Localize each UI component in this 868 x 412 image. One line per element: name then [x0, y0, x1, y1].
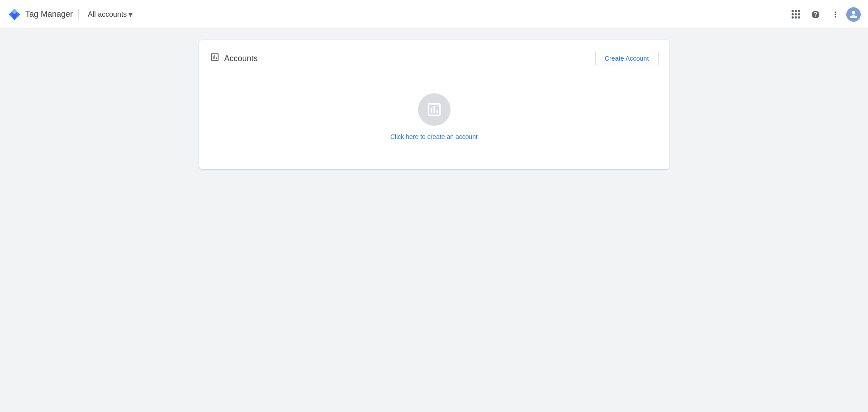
user-avatar[interactable] — [846, 7, 861, 22]
accounts-icon — [210, 52, 220, 65]
accounts-card-header: Accounts Create Account — [210, 51, 659, 66]
app-name: Tag Manager — [25, 10, 73, 19]
header-left: Tag Manager All accounts ▾ — [7, 7, 787, 22]
empty-state-icon-circle — [418, 93, 451, 126]
apps-button[interactable] — [787, 5, 805, 24]
tag-manager-logo — [7, 7, 22, 22]
help-icon — [811, 10, 820, 19]
create-account-link[interactable]: Click here to create an account — [390, 133, 478, 140]
accounts-card: Accounts Create Account Click here to cr… — [199, 40, 669, 169]
more-options-button[interactable] — [826, 5, 844, 24]
apps-grid-icon — [792, 10, 800, 19]
accounts-title-row: Accounts — [210, 52, 258, 65]
empty-state: Click here to create an account — [210, 84, 659, 158]
more-vert-icon — [831, 10, 840, 19]
help-button[interactable] — [806, 5, 825, 24]
header: Tag Manager All accounts ▾ — [0, 0, 868, 29]
header-divider — [78, 9, 79, 20]
create-account-button[interactable]: Create Account — [595, 51, 659, 66]
all-accounts-label: All accounts — [88, 10, 127, 19]
all-accounts-button[interactable]: All accounts ▾ — [84, 7, 136, 22]
chevron-down-icon: ▾ — [128, 10, 133, 19]
empty-accounts-icon — [426, 101, 443, 118]
header-right — [787, 5, 861, 24]
accounts-title: Accounts — [224, 54, 258, 63]
main-content: Accounts Create Account Click here to cr… — [0, 29, 868, 180]
